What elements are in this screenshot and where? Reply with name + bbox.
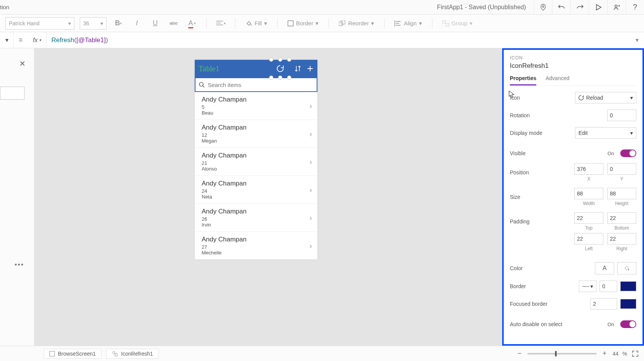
tab-advanced[interactable]: Advanced <box>545 75 569 85</box>
search-row <box>195 77 317 92</box>
formula-input[interactable]: Refresh([@Table1]) <box>47 36 630 44</box>
undo-icon[interactable] <box>552 0 570 15</box>
bold-button[interactable]: B▾ <box>112 17 125 30</box>
border-style-dropdown[interactable]: ▾ <box>579 281 596 292</box>
resize-handle[interactable] <box>278 75 283 80</box>
group-button[interactable]: Group ▾ <box>440 20 475 27</box>
height-label: Height <box>615 201 629 206</box>
chevron-right-icon: › <box>309 102 312 110</box>
prop-icon-dropdown[interactable]: Reload ▾ <box>575 92 636 103</box>
search-icon <box>199 82 205 88</box>
play-icon[interactable] <box>589 0 607 15</box>
prop-displaymode-dropdown[interactable]: Edit ▾ <box>575 127 636 139</box>
svg-point-11 <box>113 351 115 354</box>
border-width-input[interactable] <box>600 281 617 292</box>
zoom-in-button[interactable]: + <box>600 350 609 358</box>
item-name: Andy Champan <box>202 180 309 187</box>
visible-toggle[interactable] <box>620 149 636 157</box>
expand-formula-icon[interactable]: ▾ <box>630 36 644 44</box>
strikethrough-button[interactable]: abc <box>167 17 180 30</box>
chevron-down-icon: ▾ <box>590 283 593 289</box>
chevron-down-icon: ▾ <box>264 20 267 27</box>
refresh-icon-selected[interactable] <box>271 60 289 77</box>
prop-rotation-input[interactable] <box>607 110 636 121</box>
share-icon[interactable] <box>607 0 626 15</box>
tab-properties[interactable]: Properties <box>510 75 536 85</box>
list-item[interactable]: Andy Champan 12 Megan › <box>195 120 317 148</box>
search-input[interactable] <box>208 82 314 88</box>
prop-size-label: Size <box>510 194 574 200</box>
list-item[interactable]: Andy Champan 26 Irvin › <box>195 203 317 231</box>
phone-header: Table1 <box>195 60 317 77</box>
title-bar: tion FirstApp1 - Saved (Unpublished) ? <box>0 0 644 15</box>
control-icon <box>112 351 118 357</box>
focused-border-width-input[interactable] <box>590 298 617 310</box>
property-dropdown[interactable]: ▾ <box>0 32 14 48</box>
item-number: 5 <box>202 104 309 110</box>
app-title: FirstApp1 - Saved (Unpublished) <box>437 4 526 11</box>
width-label: Width <box>583 201 595 206</box>
text-align-button[interactable]: ▾ <box>214 17 227 30</box>
item-number: 21 <box>202 160 309 166</box>
redo-icon[interactable] <box>570 0 589 15</box>
prop-visible-label: Visible <box>510 150 608 156</box>
border-color-swatch[interactable] <box>620 281 636 291</box>
svg-rect-5 <box>341 20 345 24</box>
align-button[interactable]: Align ▾ <box>392 20 424 27</box>
font-dropdown[interactable]: Patrick Hand ▾ <box>5 17 74 30</box>
help-icon[interactable]: ? <box>626 0 644 15</box>
font-size-dropdown[interactable]: 36 ▾ <box>80 17 107 30</box>
padding-top-input[interactable] <box>574 212 603 224</box>
list-item[interactable]: Andy Champan 5 Beau › <box>195 92 317 120</box>
chevron-right-icon: › <box>309 213 312 222</box>
reorder-button[interactable]: Reorder ▾ <box>337 20 376 27</box>
gallery-list: Andy Champan 5 Beau › Andy Champan 12 Me… <box>195 92 317 259</box>
padding-top-label: Top <box>585 225 592 231</box>
padding-left-input[interactable] <box>574 233 603 244</box>
svg-point-9 <box>199 82 203 86</box>
paint-icon <box>624 265 630 271</box>
breadcrumb-control[interactable]: IconRefresh1 <box>106 349 159 359</box>
position-y-input[interactable] <box>607 163 636 175</box>
reorder-label: Reorder <box>348 20 369 26</box>
color-picker-button[interactable] <box>617 262 636 274</box>
border-button[interactable]: Border ▾ <box>285 20 321 27</box>
size-height-input[interactable] <box>607 188 636 199</box>
tree-select-box[interactable] <box>0 87 25 100</box>
autodisable-toggle[interactable] <box>620 320 636 328</box>
padding-bottom-input[interactable] <box>607 212 636 224</box>
breadcrumb-screen[interactable]: BrowseScreen1 <box>44 349 102 359</box>
resize-handle[interactable] <box>287 57 291 62</box>
close-icon[interactable]: ✕ <box>19 59 26 68</box>
padding-right-input[interactable] <box>607 233 636 244</box>
item-sub: Alonso <box>202 166 309 172</box>
list-item[interactable]: Andy Champan 24 Neta › <box>195 176 317 203</box>
svg-rect-12 <box>115 354 117 356</box>
sort-icon[interactable] <box>294 65 301 72</box>
list-item[interactable]: Andy Champan 21 Alonso › <box>195 148 317 176</box>
fit-screen-button[interactable] <box>631 350 639 358</box>
more-icon[interactable]: ••• <box>15 261 24 269</box>
focused-border-color-swatch[interactable] <box>620 299 636 309</box>
resize-handle[interactable] <box>278 57 283 62</box>
resize-handle[interactable] <box>269 75 273 80</box>
fill-button[interactable]: Fill ▾ <box>243 20 269 27</box>
item-sub: Irvin <box>202 222 309 228</box>
resize-handle[interactable] <box>269 57 273 62</box>
zoom-out-button[interactable]: − <box>515 350 524 358</box>
fx-button[interactable]: fx▾ <box>28 32 47 48</box>
zoom-slider[interactable] <box>527 353 596 354</box>
list-item[interactable]: Andy Champan 27 Mechelle › <box>195 231 317 259</box>
font-color-sample[interactable]: A <box>595 262 614 274</box>
prop-icon-label: Icon <box>510 95 575 101</box>
position-x-input[interactable] <box>574 163 603 175</box>
canvas[interactable]: Table1 <box>34 48 502 346</box>
resize-handle[interactable] <box>287 75 291 80</box>
app-checker-icon[interactable] <box>534 0 552 15</box>
size-width-input[interactable] <box>574 188 603 199</box>
font-color-button[interactable]: A▾ <box>186 17 199 30</box>
underline-button[interactable]: U <box>149 17 162 30</box>
italic-button[interactable]: I <box>130 17 143 30</box>
add-icon[interactable] <box>307 65 314 72</box>
chevron-down-icon: ▾ <box>315 20 319 27</box>
